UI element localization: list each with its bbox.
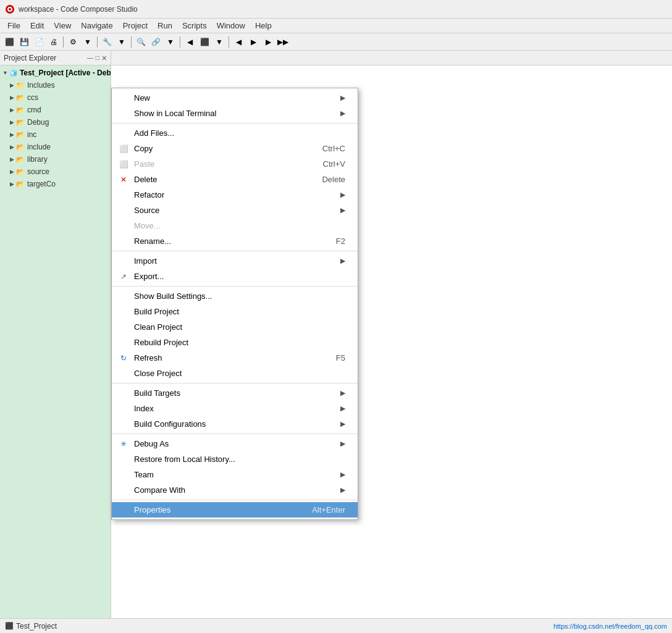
toolbar-btn-12[interactable]: ◀ bbox=[183, 35, 196, 49]
ctx-team[interactable]: Team ▶ bbox=[112, 467, 358, 482]
tree-item-inc[interactable]: ▶ 📂 inc bbox=[0, 128, 111, 141]
ctx-refactor[interactable]: Refactor ▶ bbox=[112, 187, 358, 203]
ctx-export[interactable]: ↗ Export... bbox=[112, 269, 358, 284]
ctx-paste-shortcut: Ctrl+V bbox=[323, 159, 345, 169]
menu-file[interactable]: File bbox=[2, 20, 25, 31]
ctx-new[interactable]: New ▶ bbox=[112, 90, 358, 106]
ctx-properties-shortcut: Alt+Enter bbox=[312, 505, 345, 514]
toolbar-btn-3[interactable]: 📄 bbox=[32, 35, 46, 49]
ctx-show-terminal-label: Show in Local Terminal bbox=[134, 109, 335, 118]
toolbar-btn-2[interactable]: 💾 bbox=[17, 35, 31, 49]
ctx-refactor-label: Refactor bbox=[134, 190, 335, 199]
menu-edit[interactable]: Edit bbox=[25, 20, 49, 31]
explorer-close[interactable]: × bbox=[102, 53, 107, 63]
ctx-build-targets[interactable]: Build Targets ▶ bbox=[112, 385, 358, 401]
toolbar-btn-9[interactable]: 🔍 bbox=[134, 35, 148, 49]
menu-window[interactable]: Window bbox=[212, 20, 250, 31]
ctx-build-targets-label: Build Targets bbox=[134, 388, 335, 398]
debug-label: Debug bbox=[27, 118, 49, 127]
ctx-index[interactable]: Index ▶ bbox=[112, 401, 358, 416]
menu-navigate[interactable]: Navigate bbox=[76, 20, 117, 31]
library-label: library bbox=[27, 155, 48, 164]
menu-view[interactable]: View bbox=[49, 20, 76, 31]
ctx-refresh-shortcut: F5 bbox=[336, 353, 345, 363]
ctx-index-arrow: ▶ bbox=[340, 405, 345, 413]
toolbar-btn-6[interactable]: ▼ bbox=[81, 35, 94, 49]
explorer-title: Project Explorer bbox=[4, 54, 56, 62]
ctx-clean-project-label: Clean Project bbox=[134, 322, 345, 332]
ctx-import-arrow: ▶ bbox=[340, 257, 345, 265]
targetco-label: targetCo bbox=[27, 180, 56, 188]
explorer-maximize[interactable]: □ bbox=[96, 53, 99, 63]
toolbar-btn-7[interactable]: 🔧 bbox=[100, 35, 114, 49]
menu-project[interactable]: Project bbox=[118, 20, 153, 31]
status-project-icon: ⬛ bbox=[5, 622, 14, 630]
ctx-restore-label: Restore from Local History... bbox=[134, 455, 345, 464]
tree-item-ccs[interactable]: ▶ 📂 ccs bbox=[0, 91, 111, 104]
explorer-minimize[interactable]: — bbox=[87, 53, 93, 63]
inc-label: inc bbox=[27, 130, 36, 139]
context-menu: New ▶ Show in Local Terminal ▶ Add Files… bbox=[111, 88, 358, 520]
editor-tabs bbox=[111, 51, 672, 65]
toolbar-btn-16[interactable]: ▶ bbox=[246, 35, 260, 49]
menu-scripts[interactable]: Scripts bbox=[177, 20, 212, 31]
tree-item-library[interactable]: ▶ 📂 library bbox=[0, 153, 111, 166]
ctx-clean-project[interactable]: Clean Project bbox=[112, 319, 358, 335]
ctx-delete[interactable]: ✕ Delete Delete bbox=[112, 172, 358, 187]
ctx-debug-as[interactable]: ✳ Debug As ▶ bbox=[112, 436, 358, 451]
ctx-team-arrow: ▶ bbox=[340, 471, 345, 479]
ctx-rebuild-project[interactable]: Rebuild Project bbox=[112, 335, 358, 350]
tree-item-cmd[interactable]: ▶ 📂 cmd bbox=[0, 104, 111, 116]
tree-root[interactable]: ▼ 🧊 Test_Project [Active - Debug] bbox=[0, 67, 111, 79]
includes-icon: 📁 bbox=[15, 80, 25, 90]
explorer-header: Project Explorer — □ × bbox=[0, 51, 111, 65]
toolbar-btn-17[interactable]: ▶ bbox=[261, 35, 275, 49]
tree-item-targetco[interactable]: ▶ 📂 targetCo bbox=[0, 178, 111, 190]
ctx-compare-with[interactable]: Compare With ▶ bbox=[112, 482, 358, 498]
cmd-label: cmd bbox=[27, 106, 41, 114]
toolbar-btn-13[interactable]: ⬛ bbox=[198, 35, 211, 49]
toolbar-btn-11[interactable]: ▼ bbox=[164, 35, 177, 49]
tree-item-include[interactable]: ▶ 📂 include bbox=[0, 141, 111, 153]
ctx-refactor-arrow: ▶ bbox=[340, 191, 345, 199]
ctx-delete-shortcut: Delete bbox=[322, 175, 345, 184]
toolbar-btn-8[interactable]: ▼ bbox=[115, 35, 128, 49]
ctx-refresh[interactable]: ↻ Refresh F5 bbox=[112, 350, 358, 366]
tree-area: ▼ 🧊 Test_Project [Active - Debug] ▶ 📁 In… bbox=[0, 65, 111, 618]
toolbar: ⬛ 💾 📄 🖨 ⚙ ▼ 🔧 ▼ 🔍 🔗 ▼ ◀ ⬛ ▼ ◀ ▶ ▶ ▶▶ bbox=[0, 33, 672, 51]
menu-help[interactable]: Help bbox=[250, 20, 277, 31]
include-icon: 📂 bbox=[15, 142, 25, 152]
toolbar-btn-14[interactable]: ▼ bbox=[212, 35, 226, 49]
toolbar-btn-18[interactable]: ▶▶ bbox=[276, 35, 290, 49]
toolbar-btn-10[interactable]: 🔗 bbox=[149, 35, 162, 49]
svg-point-2 bbox=[9, 8, 11, 10]
toolbar-btn-4[interactable]: 🖨 bbox=[47, 35, 61, 49]
debug-as-icon: ✳ bbox=[118, 438, 129, 450]
toolbar-btn-1[interactable]: ⬛ bbox=[2, 35, 16, 49]
inc-chevron: ▶ bbox=[10, 132, 14, 138]
ctx-copy[interactable]: ⬜ Copy Ctrl+C bbox=[112, 141, 358, 156]
ctx-add-files[interactable]: Add Files... bbox=[112, 125, 358, 141]
ctx-import[interactable]: Import ▶ bbox=[112, 253, 358, 269]
debug-chevron: ▶ bbox=[10, 119, 14, 125]
ctx-new-arrow: ▶ bbox=[340, 94, 345, 102]
ctx-show-build-settings[interactable]: Show Build Settings... bbox=[112, 288, 358, 304]
ctx-build-project[interactable]: Build Project bbox=[112, 304, 358, 319]
ctx-build-targets-arrow: ▶ bbox=[340, 389, 345, 397]
ctx-close-project[interactable]: Close Project bbox=[112, 366, 358, 381]
ctx-show-terminal[interactable]: Show in Local Terminal ▶ bbox=[112, 106, 358, 121]
menu-run[interactable]: Run bbox=[153, 20, 177, 31]
ctx-source[interactable]: Source ▶ bbox=[112, 203, 358, 218]
ctx-properties[interactable]: Properties Alt+Enter bbox=[112, 502, 358, 518]
toolbar-btn-15[interactable]: ◀ bbox=[232, 35, 245, 49]
tree-item-debug[interactable]: ▶ 📂 Debug bbox=[0, 116, 111, 128]
toolbar-btn-5[interactable]: ⚙ bbox=[66, 35, 80, 49]
ctx-build-configurations[interactable]: Build Configurations ▶ bbox=[112, 416, 358, 432]
ctx-rename[interactable]: Rename... F2 bbox=[112, 233, 358, 249]
includes-label: Includes bbox=[27, 81, 55, 90]
status-link[interactable]: https://blog.csdn.net/freedom_qq.com bbox=[553, 623, 667, 630]
menu-bar: File Edit View Navigate Project Run Scri… bbox=[0, 19, 672, 33]
tree-item-includes[interactable]: ▶ 📁 Includes bbox=[0, 79, 111, 91]
tree-item-source[interactable]: ▶ 📂 source bbox=[0, 166, 111, 178]
ctx-restore[interactable]: Restore from Local History... bbox=[112, 451, 358, 467]
